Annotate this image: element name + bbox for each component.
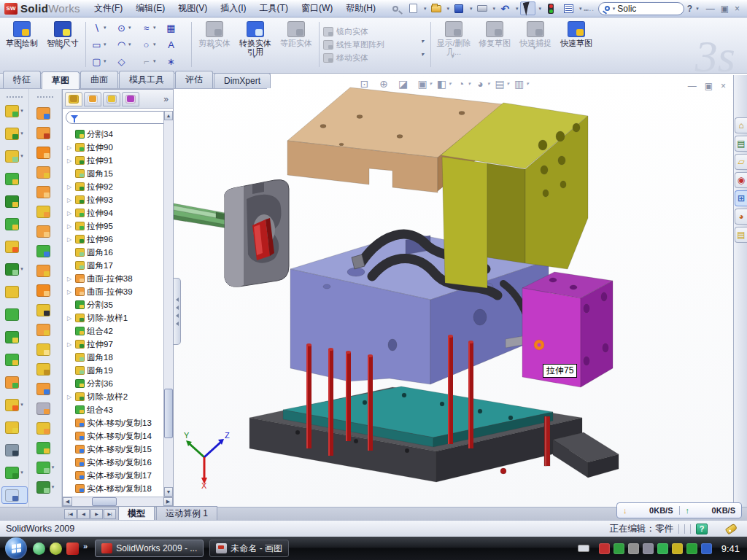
expand-arrow-icon[interactable] (67, 236, 73, 243)
toolbar-icon-button[interactable]: ▾ (1, 102, 28, 120)
quick-launch-icon[interactable] (50, 542, 62, 555)
expand-arrow-icon[interactable] (67, 210, 73, 217)
menu-item[interactable]: 插入(I) (214, 0, 252, 18)
tree-item[interactable]: 拉伸94 (67, 206, 173, 219)
command-tab[interactable]: 评估 (175, 71, 213, 88)
sketch-entity-button[interactable]: ▢▾ (90, 53, 113, 70)
search-input[interactable]: Solic (617, 4, 636, 14)
hud-icon[interactable]: ◪ (396, 77, 413, 90)
toolbar-icon-button[interactable]: ▾ (1, 351, 28, 368)
hud-icon[interactable]: ▣ (416, 77, 433, 90)
tab-configuration-manager[interactable] (103, 92, 120, 106)
toolbar-overflow-icon[interactable]: ⑉.. (584, 4, 595, 12)
scrollbar-thumb[interactable] (92, 497, 117, 506)
panel-overflow-icon[interactable]: » (163, 94, 171, 104)
tray-icon[interactable] (614, 543, 624, 554)
scroll-up-icon[interactable]: ▲ (164, 111, 173, 120)
expand-arrow-icon[interactable] (67, 394, 73, 400)
tree-horizontal-scrollbar[interactable]: ◀ ▶ (63, 497, 173, 506)
toolbar-icon-button[interactable]: ▾ (32, 301, 58, 319)
tree-vertical-scrollbar[interactable]: ▲ ▼ (163, 111, 173, 497)
hud-icon[interactable]: ⊕ (377, 77, 394, 90)
toolbar-icon-button[interactable]: ▾ (1, 215, 28, 233)
ribbon-big-button[interactable]: 修复草图 (474, 19, 515, 70)
expand-arrow-icon[interactable] (67, 197, 73, 203)
network-speed-widget[interactable]: ↓ 0KB/S ↑ 0KB/S (616, 502, 742, 518)
sketch-entity-button[interactable]: ◠▾ (115, 36, 138, 53)
toolbar-icon-button[interactable]: ▾ (32, 439, 58, 456)
toolbar-icon-button[interactable]: ▾ (32, 478, 58, 496)
toolbar-icon-button[interactable]: ▾ (1, 170, 28, 187)
toolbar-icon-button[interactable]: ▾ (32, 321, 58, 338)
menu-item[interactable]: 帮助(H) (339, 0, 382, 18)
hud-icon[interactable]: ▥ (512, 77, 529, 90)
start-button[interactable] (5, 537, 27, 559)
toolbar-icon-button[interactable]: ▾ (32, 203, 58, 220)
task-pane-tab[interactable]: ▤ (735, 136, 747, 152)
menu-item[interactable]: 窗口(W) (295, 0, 339, 18)
hud-icon[interactable]: ◕ (473, 77, 490, 90)
model-part-base-plates[interactable] (249, 386, 619, 482)
prev-tab-button[interactable]: ◀ (77, 509, 90, 519)
select-tool-button[interactable] (520, 1, 535, 15)
expand-arrow-icon[interactable] (67, 158, 73, 164)
sketch-entity-button[interactable]: ▭▾ (90, 36, 113, 53)
rebuild-icon[interactable] (543, 1, 559, 15)
toolbar-icon-button[interactable]: ▾ (1, 419, 28, 436)
ribbon-row-button[interactable]: 镜向实体 (323, 26, 427, 37)
toolbar-icon-button[interactable]: ▾ (1, 125, 28, 142)
restore-button[interactable]: ▣ (721, 4, 729, 13)
tree-item[interactable]: 圆角16 (67, 246, 173, 259)
expand-arrow-icon[interactable] (67, 184, 73, 190)
toolbar-icon-button[interactable]: ▾ (1, 373, 28, 391)
hud-icon[interactable]: ◧ (435, 77, 452, 90)
task-pane-tab[interactable]: ▱ (735, 154, 747, 170)
toolbar-icon-button[interactable]: ▾ (1, 260, 28, 278)
toolbar-icon-button[interactable]: ▾ (32, 400, 58, 417)
sketch-entity-button[interactable]: ○▾ (139, 36, 163, 53)
tree-item[interactable]: 分割34 (67, 128, 173, 141)
ribbon-big-button[interactable]: 草图绘制 (1, 19, 42, 70)
quick-launch-overflow-icon[interactable]: » (83, 542, 88, 551)
toolbar-icon-button[interactable]: ▾ (1, 306, 28, 323)
help-button[interactable]: ? (684, 4, 695, 14)
search-box[interactable]: ▾ Solic (598, 2, 684, 15)
scroll-right-icon[interactable]: ▶ (163, 497, 173, 506)
options-button[interactable] (561, 1, 576, 15)
tree-item[interactable]: 曲面-拉伸39 (67, 285, 173, 298)
toolbar-icon-button[interactable]: ▾ (32, 124, 58, 141)
expand-arrow-icon[interactable] (67, 223, 73, 230)
last-tab-button[interactable]: ▶| (104, 509, 116, 519)
toolbar-icon-button[interactable]: ▾ (32, 380, 58, 397)
tab-property-manager[interactable] (84, 92, 101, 106)
scroll-down-icon[interactable]: ▼ (164, 487, 173, 497)
toolbar-icon-button[interactable]: ▾ (1, 238, 28, 255)
expand-arrow-icon[interactable] (67, 315, 73, 322)
tray-icon[interactable] (672, 543, 683, 554)
tree-item[interactable]: 实体-移动/复制14 (67, 429, 173, 443)
command-tab[interactable]: 曲面 (80, 71, 118, 88)
ribbon-big-button[interactable]: 转换实体引用 (235, 19, 276, 70)
new-document-button[interactable] (406, 1, 421, 15)
toolbar-icon-button[interactable]: ▾ (32, 262, 58, 279)
toolbar-icon-button[interactable]: ▾ (32, 419, 58, 437)
tree-item[interactable]: 分割35 (67, 298, 173, 311)
menu-item[interactable]: 工具(T) (253, 0, 295, 18)
menu-item[interactable]: 编辑(E) (129, 0, 171, 18)
sketch-entity-button[interactable]: ∖▾ (90, 20, 113, 36)
task-pane-tab[interactable]: ⊞ (735, 190, 747, 206)
tree-item[interactable]: 拉伸97 (67, 338, 173, 351)
ribbon-big-button[interactable]: 快速捕捉 (515, 19, 556, 70)
scroll-left-icon[interactable]: ◀ (63, 497, 72, 506)
quick-launch-icon[interactable] (66, 542, 79, 555)
tree-item[interactable]: 拉伸96 (67, 233, 173, 246)
ribbon-row-button[interactable]: 线性草图阵列 (323, 39, 427, 50)
tray-icon[interactable] (701, 543, 712, 554)
toolbar-icon-button[interactable]: ▾ (1, 147, 28, 165)
tree-item[interactable]: 拉伸95 (67, 219, 173, 233)
tree-item[interactable]: 组合43 (67, 403, 173, 416)
open-button[interactable] (428, 1, 444, 15)
toolbar-icon-button[interactable]: ▾ (1, 464, 28, 481)
sketch-entity-button[interactable]: A▾ (164, 36, 187, 53)
input-method-icon[interactable] (578, 545, 589, 552)
